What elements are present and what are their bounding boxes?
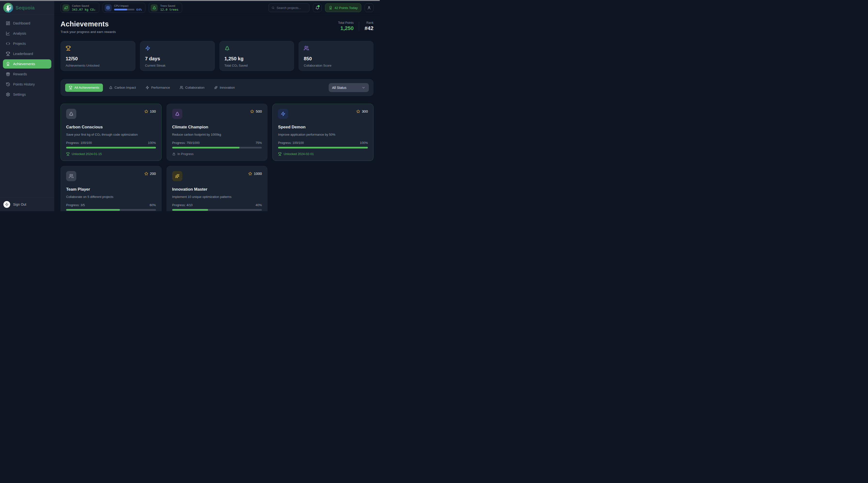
achievement-card-speed-demon: 300 Speed Demon Improve application perf… [273,104,373,161]
tab-label: Performance [151,86,170,89]
points-value: 1000 [254,172,262,176]
tab-performance[interactable]: Performance [142,84,174,92]
tab-carbon-impact[interactable]: Carbon Impact [105,84,140,92]
sidebar-item-label: Rewards [13,72,27,76]
progress-label: Progress: 3/5 [66,203,85,207]
brand-header: Sequoia [0,1,54,15]
stat-label: CPU Impact [114,4,142,7]
status-badge: Unlocked 2024-02-01 [278,152,368,156]
main-area: Carbon Saved 343.07 kg CO₂ CPU Impact 64… [54,1,380,211]
zap-avatar-icon [3,201,10,208]
tab-label: Collaboration [185,86,205,89]
summary-label: Collaboration Score [304,64,368,67]
sidebar-item-analysis[interactable]: Analysis [3,29,51,38]
achievement-card-carbon-conscious: 100 Carbon Conscious Save your first kg … [61,104,161,161]
sidebar: Sequoia Dashboard Analysis Projects Lead… [0,1,54,211]
trophy-icon [6,52,10,56]
summary-value: 7 days [145,56,210,62]
zap-icon [145,46,150,51]
achievement-title: Carbon Conscious [66,125,156,129]
tree-icon [224,46,230,51]
progress-label: Progress: 100/100 [278,141,304,145]
tab-label: All Achievements [74,86,99,89]
total-points-label: Total Points [338,21,354,25]
award-icon [329,6,333,10]
sign-out-button[interactable]: Sign Out [0,197,54,211]
progress-bar [278,147,368,149]
award-icon [6,62,10,66]
code-icon [6,41,10,46]
achievement-title: Innovation Master [172,187,262,192]
points-badge: 500 [250,109,262,113]
summary-card-collaboration-score: 850 Collaboration Score [299,41,373,71]
sparkles-icon [214,86,218,89]
tree-icon [151,4,158,11]
summary-card-co2-saved: 1,250 kg Total CO₂ Saved [219,41,294,71]
points-value: 500 [256,109,262,113]
sidebar-item-points-history[interactable]: Points History [3,80,51,89]
sidebar-item-label: Analysis [13,31,26,35]
trophy-icon [278,152,282,156]
sidebar-item-rewards[interactable]: Rewards [3,69,51,79]
points-value: 300 [362,109,368,113]
progress-bar [66,209,156,211]
points-badge: 1000 [248,172,262,176]
star-icon [144,172,148,176]
gear-icon [6,92,10,97]
users-icon [180,86,183,89]
users-icon [66,171,76,181]
sidebar-item-achievements[interactable]: Achievements [3,59,51,68]
profile-button[interactable] [365,3,373,12]
trophy-icon [66,46,71,51]
sidebar-item-label: Leaderboard [13,52,33,56]
tab-innovation[interactable]: Innovation [211,84,238,92]
sidebar-item-leaderboard[interactable]: Leaderboard [3,49,51,58]
tab-label: Innovation [220,86,235,89]
divider [359,22,359,31]
sidebar-item-label: Achievements [13,62,35,66]
status-badge: Unlocked 2024-01-15 [66,152,156,156]
summary-value: 1,250 kg [224,56,289,62]
rank-value: #42 [365,25,373,31]
tab-collaboration[interactable]: Collaboration [176,84,208,92]
sidebar-item-label: Dashboard [13,21,30,25]
cpu-progress-bar [114,9,134,10]
progress-percent: 75% [255,141,262,145]
stat-label: Carbon Saved [72,4,96,7]
progress-label: Progress: 750/1000 [172,141,199,145]
stat-label: Trees Saved [160,4,178,7]
user-icon [367,6,371,10]
stat-value: 343.07 kg CO₂ [72,8,96,11]
progress-percent: 40% [255,203,262,207]
sidebar-item-projects[interactable]: Projects [3,39,51,48]
sidebar-item-settings[interactable]: Settings [3,90,51,99]
star-icon [248,172,252,176]
notification-dot [317,5,320,7]
summary-value: 12/50 [66,56,130,62]
achievement-card-climate-champion: 500 Climate Champion Reduce carbon footp… [166,104,268,161]
gift-icon [6,72,10,76]
achievement-card-team-player: 200 Team Player Collaborate on 5 differe… [61,166,161,211]
status-text: Unlocked 2024-01-15 [72,152,102,156]
notifications-button[interactable] [313,3,321,12]
page-subtitle: Track your progress and earn rewards [61,30,116,34]
summary-value: 850 [304,56,368,62]
zap-icon [278,109,288,119]
cpu-icon [104,4,112,11]
progress-bar [172,147,262,149]
summary-card-current-streak: 7 days Current Streak [140,41,215,71]
summary-label: Current Streak [145,64,210,67]
tab-all-achievements[interactable]: All Achievements [65,84,103,92]
achievement-description: Implement 10 unique optimization pattern… [172,195,262,199]
sidebar-item-dashboard[interactable]: Dashboard [3,19,51,28]
rank-stat: Rank #42 [365,21,373,31]
points-today-button[interactable]: 42 Points Today [325,3,361,12]
points-value: 200 [150,172,156,176]
status-filter-dropdown[interactable]: All Status [329,83,369,92]
search-input[interactable] [277,6,306,10]
search-box[interactable] [268,3,310,12]
achievement-description: Collaborate on 5 different projects [66,195,156,199]
stat-value: 12.0 trees [160,8,178,11]
tree-icon [172,109,182,119]
progress-bar [172,209,262,211]
